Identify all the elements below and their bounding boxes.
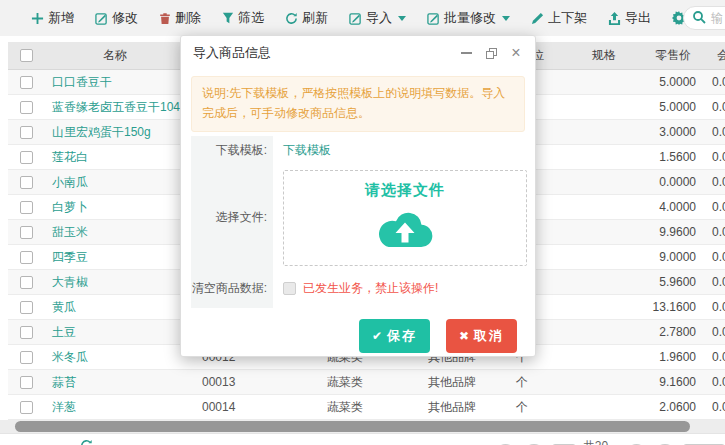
product-unit-cell: 个	[502, 374, 562, 391]
checkbox[interactable]	[20, 151, 33, 164]
toolbar-button-delete[interactable]: 删除	[159, 9, 201, 27]
checkbox[interactable]	[20, 126, 33, 139]
product-name-cell: 土豆	[44, 324, 186, 341]
toolbar-button-on-off-shelf[interactable]: 上下架	[531, 9, 587, 27]
row-checkbox-cell[interactable]	[8, 76, 44, 89]
checkbox[interactable]	[20, 276, 33, 289]
product-price-cell: 0.0000	[646, 175, 700, 189]
close-icon[interactable]: ×	[509, 46, 523, 60]
product-member-cell: 0.0000	[700, 100, 725, 114]
table-row[interactable]: 蒜苔00013蔬菜类其他品牌个9.16000.0000	[8, 370, 725, 395]
toolbar: 新增修改删除筛选刷新导入批量修改上下架导出设置	[0, 0, 725, 36]
row-checkbox-cell[interactable]	[8, 401, 44, 414]
product-name-link[interactable]: 小南瓜	[52, 175, 88, 189]
row-checkbox-cell[interactable]	[8, 126, 44, 139]
product-name-link[interactable]: 蒜苔	[52, 375, 76, 389]
product-name-link[interactable]: 白萝卜	[52, 200, 88, 214]
maximize-icon[interactable]	[484, 46, 498, 60]
toolbar-button-label: 筛选	[238, 9, 264, 27]
product-price-cell: 5.0000	[646, 100, 700, 114]
product-name-link[interactable]: 四季豆	[52, 250, 88, 264]
checkbox[interactable]	[20, 301, 33, 314]
toolbar-button-add[interactable]: 新增	[31, 9, 74, 27]
checkbox[interactable]	[20, 176, 33, 189]
toolbar-button-batch-modify[interactable]: 批量修改	[427, 9, 510, 27]
product-name-link[interactable]: 黄瓜	[52, 300, 76, 314]
row-checkbox-cell[interactable]	[8, 176, 44, 189]
toolbar-button-filter[interactable]: 筛选	[222, 9, 264, 27]
product-name-link[interactable]: 口口香豆干	[52, 75, 112, 89]
file-dropzone[interactable]: 请选择文件	[283, 170, 527, 266]
checkbox[interactable]	[20, 76, 33, 89]
pagination-refresh-icon[interactable]	[80, 439, 93, 445]
cloud-upload-icon	[284, 207, 526, 249]
product-name-cell: 莲花白	[44, 149, 186, 166]
row-checkbox-cell[interactable]	[8, 226, 44, 239]
product-name-link[interactable]: 甜玉米	[52, 225, 88, 239]
check-icon: ✔	[372, 329, 382, 343]
row-checkbox-cell[interactable]	[8, 351, 44, 364]
import-form: 下载模板: 下载模板 选择文件: 请选择文件 清空商品数据: 已发生业务，禁	[191, 136, 525, 308]
row-checkbox-cell[interactable]	[8, 276, 44, 289]
filter-icon	[222, 12, 234, 24]
toolbar-button-modify[interactable]: 修改	[95, 9, 138, 27]
toolbar-button-label: 上下架	[548, 9, 587, 27]
product-name-cell: 蒜苔	[44, 374, 186, 391]
scrollbar-thumb[interactable]	[15, 421, 690, 432]
product-name-link[interactable]: 大青椒	[52, 275, 88, 289]
checkbox[interactable]	[20, 251, 33, 264]
clear-data-label: 清空商品数据:	[191, 270, 273, 308]
column-header: 零售价	[646, 47, 700, 64]
product-price-cell: 2.7800	[646, 325, 700, 339]
toolbar-button-export[interactable]: 导出	[608, 9, 651, 27]
product-price-cell: 13.1600	[646, 300, 700, 314]
checkbox[interactable]	[20, 376, 33, 389]
row-checkbox-cell[interactable]	[8, 101, 44, 114]
product-price-cell: 5.0000	[646, 75, 700, 89]
checkbox[interactable]	[20, 226, 33, 239]
plus-icon	[31, 12, 44, 25]
checkbox[interactable]	[20, 401, 33, 414]
row-checkbox-cell[interactable]	[8, 301, 44, 314]
product-code-cell: 00014	[186, 400, 312, 414]
download-template-label: 下载模板:	[191, 136, 273, 166]
caret-down-icon	[502, 16, 510, 21]
pagination-bar: « ‹ 1 共20页 › » 20	[0, 433, 725, 445]
checkbox[interactable]	[20, 49, 33, 62]
product-name-cell: 小南瓜	[44, 174, 186, 191]
download-template-link[interactable]: 下载模板	[283, 142, 331, 159]
horizontal-scrollbar[interactable]	[0, 420, 725, 433]
checkbox[interactable]	[20, 351, 33, 364]
product-member-cell: 0.0000	[700, 275, 725, 289]
clear-data-checkbox[interactable]	[283, 282, 296, 295]
product-name-link[interactable]: 莲花白	[52, 150, 88, 164]
row-checkbox-cell[interactable]	[8, 251, 44, 264]
column-header: 会员价	[700, 47, 725, 64]
product-name-link[interactable]: 土豆	[52, 325, 76, 339]
cancel-button[interactable]: ✖ 取消	[446, 319, 517, 353]
product-price-cell: 5.9600	[646, 275, 700, 289]
toolbar-button-import[interactable]: 导入	[349, 9, 406, 27]
minimize-icon[interactable]	[459, 46, 473, 60]
checkbox[interactable]	[20, 201, 33, 214]
product-name-link[interactable]: 米冬瓜	[52, 350, 88, 364]
search-box[interactable]: 输	[683, 6, 725, 30]
row-checkbox-cell[interactable]	[8, 151, 44, 164]
product-price-cell: 1.9600	[646, 350, 700, 364]
product-name-link[interactable]: 山里宏鸡蛋干150g	[52, 125, 151, 139]
product-name-link[interactable]: 洋葱	[52, 400, 76, 414]
row-checkbox-cell[interactable]	[8, 326, 44, 339]
checkbox[interactable]	[20, 326, 33, 339]
toolbar-button-label: 导入	[366, 9, 392, 27]
save-button[interactable]: ✔ 保存	[359, 319, 430, 353]
row-checkbox-cell[interactable]	[8, 376, 44, 389]
product-member-cell: 0.0000	[700, 250, 725, 264]
product-brand-cell: 其他品牌	[418, 374, 502, 391]
product-management-screen: 新增修改删除筛选刷新导入批量修改上下架导出设置 输 名称单位规格零售价会员价 口…	[0, 0, 725, 445]
product-name-link[interactable]: 蓝香缘老卤五香豆干104	[52, 100, 180, 114]
toolbar-button-refresh[interactable]: 刷新	[285, 9, 328, 27]
select-all-checkbox[interactable]	[8, 49, 44, 62]
table-row[interactable]: 洋葱00014蔬菜类其他品牌个2.06000.0000	[8, 395, 725, 420]
checkbox[interactable]	[20, 101, 33, 114]
row-checkbox-cell[interactable]	[8, 201, 44, 214]
